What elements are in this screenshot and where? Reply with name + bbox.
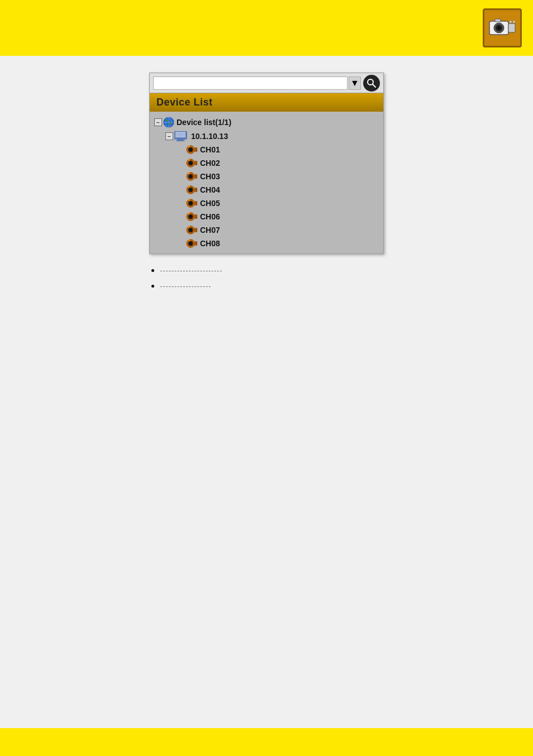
channel-list: CH01 CH02 [154,143,379,250]
ch01-label: CH01 [200,145,220,154]
svg-point-61 [188,240,191,242]
tree-row-ch05[interactable]: CH05 [185,197,379,210]
channel-cam-icon [185,238,198,248]
svg-point-49 [189,216,192,218]
channel-cam-icon [185,145,198,155]
top-bar [0,0,533,56]
channel-cam-icon [185,185,198,195]
device-list-title: Device List [156,97,213,108]
tree-row-nvr[interactable]: − 10.1.10.13 [165,130,379,143]
svg-rect-4 [495,19,501,22]
svg-point-29 [189,162,192,165]
svg-point-26 [188,146,191,148]
svg-rect-30 [194,161,197,165]
svg-rect-55 [194,228,197,232]
svg-point-14 [165,119,169,122]
search-bar: ▼ [150,73,383,93]
svg-point-15 [169,122,172,125]
svg-point-51 [188,213,191,215]
svg-point-36 [188,173,191,175]
svg-rect-40 [194,188,197,192]
svg-point-59 [189,242,192,245]
svg-line-9 [373,84,375,87]
ch04-label: CH04 [200,185,220,194]
tree-row-ch02[interactable]: CH02 [185,156,379,170]
expand-root-button[interactable]: − [154,118,162,126]
list-item-2 [160,281,384,291]
device-panel: ▼ Device List − [149,73,384,254]
channel-cam-icon [185,198,198,208]
bullet-list [149,265,384,296]
channel-cam-icon [185,158,198,168]
svg-point-54 [189,229,192,232]
ch07-label: CH07 [200,226,220,235]
svg-rect-60 [194,241,197,245]
ch06-label: CH06 [200,212,220,221]
channel-cam-icon [185,225,198,235]
tree-row-ch06[interactable]: CH06 [185,210,379,223]
svg-point-41 [188,186,191,188]
globe-icon [163,117,174,128]
bottom-bar [0,728,533,756]
device-list-root-label: Device list(1/1) [177,118,231,127]
nvr-label: 10.1.10.13 [191,132,228,141]
ch03-label: CH03 [200,172,220,181]
channel-cam-icon [185,212,198,222]
tree-row-ch03[interactable]: CH03 [185,170,379,183]
main-content: ▼ Device List − [0,56,533,728]
svg-rect-25 [194,147,197,151]
svg-point-31 [188,159,191,161]
tree-row-ch04[interactable]: CH04 [185,183,379,197]
svg-point-34 [189,175,192,178]
device-list-header: Device List [150,93,383,112]
camera-icon [488,17,516,39]
svg-rect-35 [194,174,197,178]
search-input[interactable] [153,76,348,90]
dropdown-button[interactable]: ▼ [349,76,361,90]
dropdown-arrow-icon: ▼ [350,78,359,88]
svg-point-56 [188,226,191,228]
tree-row-ch08[interactable]: CH08 [185,237,379,250]
tree-row-root[interactable]: − Device list(1/1) [154,115,379,130]
tree-row-ch07[interactable]: CH07 [185,223,379,237]
svg-rect-5 [508,23,515,32]
expand-nvr-button[interactable]: − [165,132,173,140]
ch08-label: CH08 [200,239,220,248]
svg-point-39 [189,189,192,192]
svg-point-24 [189,149,192,151]
search-button[interactable] [363,75,380,92]
tree-area: − Device list(1/1) − [150,112,383,253]
link-1[interactable] [160,266,222,275]
link-2[interactable] [160,281,211,290]
svg-point-3 [497,26,501,30]
ch05-label: CH05 [200,199,220,208]
svg-point-46 [188,199,191,202]
camera-icon-box[interactable] [483,8,522,47]
tree-row-ch01[interactable]: CH01 [185,143,379,156]
nvr-icon [174,131,189,141]
svg-point-6 [510,21,512,23]
svg-rect-19 [177,140,184,141]
channel-cam-icon [185,171,198,181]
svg-rect-45 [194,201,197,205]
search-icon [367,78,377,88]
svg-point-7 [513,21,515,23]
ch02-label: CH02 [200,159,220,168]
svg-rect-50 [194,214,197,218]
svg-point-44 [189,202,192,205]
list-item-1 [160,265,384,275]
